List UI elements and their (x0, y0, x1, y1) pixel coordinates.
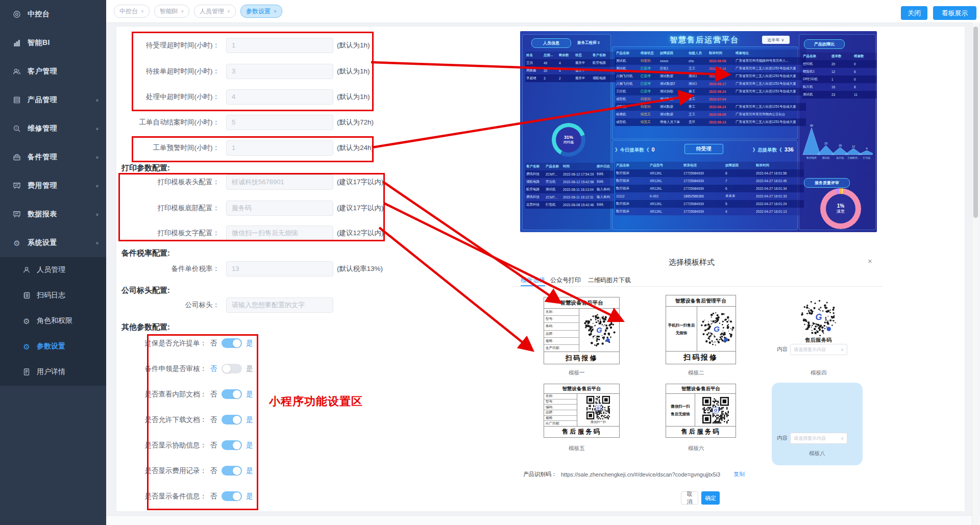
toggle-row-1-switch[interactable] (222, 364, 242, 373)
tab-label: 中控台 (119, 7, 138, 16)
scrollbar[interactable] (972, 22, 979, 525)
dialog-tab-2[interactable]: 二维码图片下载 (588, 276, 631, 285)
sidebar-item-4[interactable]: 维修管理∨ (0, 114, 106, 143)
template-card-5[interactable]: 智慧设备售后平台 名称:型号:编码:品牌:规格:出厂日期: G 微信扫一扫 售后… (544, 384, 620, 438)
sidebar-item-label: 备件管理 (28, 153, 95, 162)
template4-content-select[interactable]: 请选择显示内容∨ (790, 344, 847, 355)
sidebar-subitem-3[interactable]: ⚙参数设置 (0, 334, 106, 359)
sidebar-item-6[interactable]: 费用管理∨ (0, 171, 106, 200)
company-row-input[interactable]: 请输入您想要配置的文字 (226, 297, 333, 313)
dashboard-return-donut: 31% 周纬鑫 (552, 123, 585, 157)
tab-0[interactable]: 中控台× (114, 5, 150, 18)
print-row-2-input[interactable]: 微信扫一扫售后无烦恼 (226, 226, 333, 241)
sidebar-main-menu: 中控台智能BI客户管理产品管理∨维修管理∨备件管理∨费用管理∨数据报表∨⚙系统设… (0, 0, 106, 257)
staff-table-row: 李超雄32服务中领航电路 (525, 74, 616, 82)
template6-label[interactable]: 模板六 (688, 445, 704, 452)
time-row-4-input[interactable]: 1 (226, 140, 333, 156)
template-card-6[interactable]: 智慧设备售后平台 微信扫一扫 售后无烦恼 G 售后服务码 (666, 384, 736, 438)
tab-1[interactable]: 智能BI× (154, 5, 189, 18)
toggle-row-3-switch[interactable] (222, 415, 242, 424)
tax-row-label: 备件单价税率： (97, 261, 219, 277)
template-card-2[interactable]: 智慧设备售后管理平台 手机扫一扫售后无烦恼 G 扫码报修 (666, 295, 736, 364)
print-section-header: 打印参数配置: (121, 163, 170, 173)
template-field-label: 品牌: (544, 410, 577, 416)
log-table-row: 腾讯科技ZCMT...2022-08-12 17:54:29扫码 (525, 170, 614, 178)
template4-label[interactable]: 模板四 (811, 369, 827, 377)
tab-close-icon[interactable]: × (141, 9, 144, 14)
template1-label[interactable]: 模板一 (569, 369, 585, 377)
time-row-2-hint: (默认为1h) (337, 89, 370, 105)
template5-label[interactable]: 模板五 (569, 445, 585, 452)
sidebar-item-8[interactable]: ⚙系统设置∧ (0, 229, 106, 257)
svg-text:4: 4 (866, 147, 867, 150)
template-field-label: 生产日期: (544, 345, 579, 352)
template-card-1[interactable]: 智慧设备售后平台 名称:型号:条码:品牌:规格:生产日期: G 扫码报修 (544, 297, 620, 364)
main-table-row: 板槽机待完工测试数据王工2022-06-09广东省东莞市东莞市围内公交站台 (615, 111, 806, 118)
dialog-close-icon[interactable]: × (868, 257, 872, 265)
sidebar-subitem-label: 扫码日志 (37, 291, 65, 300)
svg-text:12: 12 (852, 145, 855, 148)
tax-section-header: 备件税率配置: (121, 248, 170, 258)
toggle-row-6-switch[interactable] (222, 491, 242, 501)
sidebar-subitem-0[interactable]: 人员管理 (0, 257, 106, 283)
tab-close-icon[interactable]: × (181, 9, 184, 14)
time-row-1-input[interactable]: 3 (226, 64, 333, 79)
dashboard-order-table: 产品名称产品型号联系电话故障原因制单时间数控铣床XR12KL1772598493… (615, 162, 804, 215)
scrollbar-thumb[interactable] (973, 27, 978, 218)
template4-qr-round-icon[interactable]: G (799, 298, 838, 337)
copy-link[interactable]: 复制 (733, 470, 745, 478)
dashboard-pending-pill: 待受理 (684, 144, 723, 154)
time-row-3-input[interactable]: 5 (226, 115, 333, 130)
print-row-0-hint: (建议17字以内) (337, 174, 384, 190)
template-field-label: 编码: (544, 405, 577, 410)
product-code-row: 产品识别码： https://sale.zhenchengkeji.cn/#/d… (523, 470, 745, 478)
sidebar-item-5[interactable]: 备件管理∨ (0, 143, 106, 171)
tax-row-input[interactable]: 13 (226, 261, 333, 277)
toggle-row-0-switch[interactable] (222, 338, 242, 348)
fault-table-row: DR打印机10 (802, 76, 877, 83)
sidebar-subitem-4[interactable]: 用户详情 (0, 359, 106, 385)
print-row-0-input[interactable]: 桢诚科技5678901 (226, 174, 333, 190)
tab-close-icon[interactable]: × (227, 9, 230, 14)
chevron-down-icon: ∨ (95, 184, 99, 188)
board-display-button[interactable]: 看板展示 (933, 6, 976, 20)
sidebar-item-0[interactable]: 中控台 (0, 0, 106, 29)
time-row-3-hint: (默认为72h) (337, 115, 374, 130)
dashboard-range-select[interactable]: 近半年∨ (762, 36, 790, 44)
product-code-label: 产品识别码： (523, 470, 557, 478)
tab-2[interactable]: 人员管理× (194, 5, 236, 18)
time-row-0-input[interactable]: 1 (226, 38, 333, 53)
time-row-2-input[interactable]: 4 (226, 89, 333, 105)
toggle-row-1-yes: 是 (246, 364, 253, 374)
sidebar-item-3[interactable]: 产品管理∨ (0, 86, 106, 114)
sidebar-item-1[interactable]: 智能BI (0, 29, 106, 57)
svg-text:五轴数控...: 五轴数控... (847, 156, 860, 160)
toggle-row-2-switch[interactable] (222, 389, 242, 399)
dialog-cancel-button[interactable]: 取消 (681, 491, 698, 505)
sidebar-item-7[interactable]: 数据报表∨ (0, 200, 106, 229)
products-icon (12, 95, 21, 105)
sidebar-item-2[interactable]: 客户管理 (0, 57, 106, 86)
tab-3[interactable]: 参数设置× (240, 5, 282, 18)
dialog-tab-1[interactable]: 公众号打印 (550, 276, 581, 285)
dialog-tab-0[interactable]: 模板选择 (521, 276, 545, 285)
sidebar-subitem-2[interactable]: ⚙角色和权限 (0, 308, 106, 334)
template8-label[interactable]: 模板八 (809, 450, 825, 457)
toggle-row-2-no: 否 (210, 389, 217, 399)
close-button[interactable]: 关闭 (901, 6, 927, 20)
toggle-row-4-no: 否 (210, 440, 217, 451)
toggle-row-4-switch[interactable] (222, 440, 242, 450)
toggle-row-0-no: 否 (210, 338, 217, 348)
print-row-1-input[interactable]: 服务码 (226, 201, 333, 216)
template2-label[interactable]: 模板二 (688, 369, 704, 377)
dialog-confirm-button[interactable]: 确定 (701, 491, 720, 505)
svg-text:G: G (714, 324, 720, 333)
toggle-row-5-switch[interactable] (222, 466, 242, 476)
tax-row-hint: (默认税率13%) (337, 261, 383, 277)
toggle-row-6-yes: 是 (246, 491, 253, 502)
template5-qr-icon: G (586, 396, 610, 419)
template8-content-select[interactable]: 请选择显示内容∨ (790, 433, 847, 444)
sidebar-subitem-1[interactable]: 扫码日志 (0, 283, 106, 308)
toggle-row-6-no: 否 (210, 491, 217, 502)
tab-close-icon[interactable]: × (274, 9, 277, 14)
